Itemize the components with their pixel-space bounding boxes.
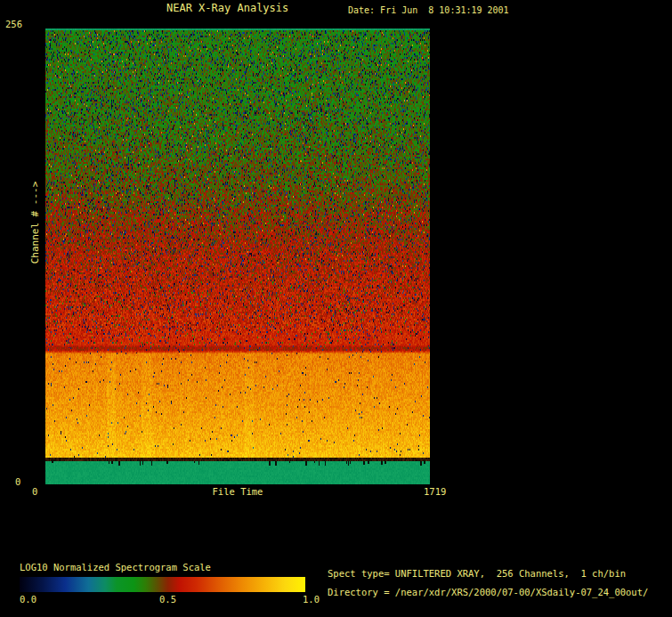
colorbar-title: LOG10 Normalized Spectrogram Scale xyxy=(20,562,211,572)
y-axis-max-tick: 256 xyxy=(5,19,22,29)
date-label: Date: Fri Jun 8 10:31:19 2001 xyxy=(348,5,509,16)
info-spect-type: Spect type= UNFILTERED XRAY, 256 Channel… xyxy=(328,568,626,579)
colorbar-tick-mid: 0.5 xyxy=(159,594,176,605)
x-axis-min-tick: 0 xyxy=(32,486,37,497)
x-axis-title: File Time xyxy=(45,486,430,497)
y-axis-min-tick: 0 xyxy=(15,476,20,487)
x-axis-max-tick: 1719 xyxy=(424,486,446,497)
spectrogram-canvas xyxy=(45,28,430,484)
colorbar-tick-max: 1.0 xyxy=(303,594,320,605)
colorbar-tick-min: 0.0 xyxy=(20,594,36,605)
y-axis-title: Channel # ---> xyxy=(30,182,42,264)
plot-title: NEAR X-Ray Analysis xyxy=(166,3,288,15)
info-directory: Directory = /near/xdr/XRS/2000/07-00/XSd… xyxy=(328,587,648,597)
colorbar-gradient xyxy=(20,577,305,592)
